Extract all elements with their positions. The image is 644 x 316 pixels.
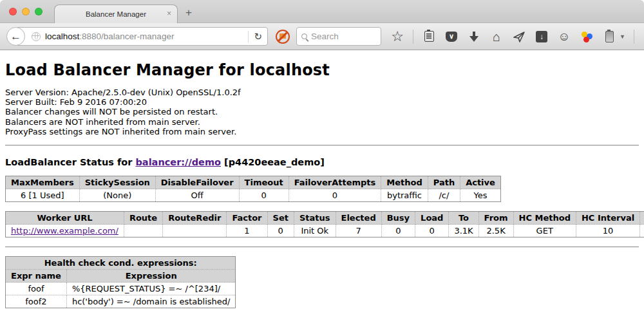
toolbar-divider (634, 30, 634, 44)
worker-value-cell: Init Ok (294, 225, 336, 237)
table-row: 6 [1 Used](None)Off00bytraffic/c/Yes (6, 189, 501, 202)
toolbar-buttons: ☆ ∨ ⌂ ↓ ☺ ▼ (390, 30, 644, 44)
balancer-header-cell: Path (428, 176, 460, 189)
server-info-line: ProxyPass settings are NOT inherited fro… (5, 127, 639, 136)
url-bar[interactable]: localhost:8880/balancer-manager ↻ (15, 27, 268, 46)
worker-header-cell: To (449, 212, 478, 225)
url-domain: localhost (45, 32, 79, 41)
worker-url-cell: http://www.example.com/ (6, 225, 124, 237)
worker-value-cell: 3.1K (449, 225, 478, 237)
balancer-header-cell: Method (381, 176, 428, 189)
home-icon[interactable]: ⌂ (489, 30, 504, 44)
worker-value-cell: 7 (336, 225, 381, 237)
caret-down-icon[interactable]: ▼ (620, 33, 625, 40)
table-row: foof2 hc('body') =~ /domain is establish… (6, 295, 236, 308)
worker-header-cell: Factor (227, 212, 267, 225)
worker-status-table: Worker URLRouteRouteRedirFactorSetStatus… (5, 211, 644, 237)
heading-prefix: LoadBalancer Status for (5, 157, 135, 167)
worker-value-cell: 0 (381, 225, 415, 237)
expr-name-cell: foof2 (6, 295, 67, 308)
zoom-window-button[interactable] (35, 8, 43, 15)
close-window-button[interactable] (9, 8, 17, 15)
url-text: localhost:8880/balancer-manager (45, 32, 244, 41)
new-tab-button[interactable]: + (185, 6, 192, 19)
server-info-line: Balancer changes will NOT be persisted o… (5, 107, 639, 116)
extension-dots-icon[interactable] (580, 30, 594, 44)
balancer-value-cell: /c/ (428, 189, 460, 202)
worker-header-cell: Passes (640, 212, 644, 225)
smiley-icon[interactable]: ☺ (557, 30, 571, 44)
tab-title: Balancer Manager (86, 10, 146, 18)
balancer-link[interactable]: balancer://demo (135, 157, 221, 167)
server-info-line: Server Built: Feb 9 2016 07:00:20 (5, 97, 639, 107)
send-plane-icon[interactable] (512, 30, 526, 44)
worker-value-cell: 1 (0) (640, 225, 644, 237)
tab-close-icon[interactable]: × (167, 10, 171, 17)
minimize-window-button[interactable] (22, 8, 30, 15)
tab-bar: Balancer Manager × + (0, 0, 644, 23)
health-header-cell: Expression (66, 270, 236, 283)
table-header-row: MaxMembersStickySessionDisableFailoverTi… (6, 176, 501, 189)
pocket-icon[interactable]: ∨ (444, 30, 459, 44)
clipboard-icon[interactable] (422, 30, 436, 44)
page-content: Load Balancer Manager for localhost Serv… (0, 61, 644, 316)
back-icon[interactable]: ← (6, 27, 25, 46)
divider (5, 145, 639, 146)
search-icon (301, 33, 307, 39)
expression-cell: %{REQUEST_STATUS} =~ /^[234]/ (66, 283, 236, 295)
bookmark-star-icon[interactable]: ☆ (390, 30, 404, 44)
expression-cell: hc('body') =~ /domain is established/ (66, 295, 236, 308)
worker-value-cell: 10 (576, 225, 639, 237)
worker-header-cell: Route (124, 212, 162, 225)
worker-header-cell: From (478, 212, 513, 225)
worker-value-cell: 0 (267, 225, 294, 237)
divider (5, 246, 639, 248)
search-input[interactable]: Search (296, 27, 381, 46)
worker-url-link[interactable]: http://www.example.com/ (11, 226, 118, 236)
table-header-row: Expr nameExpression (6, 270, 236, 283)
reload-icon[interactable]: ↻ (252, 31, 267, 42)
window-controls (9, 8, 43, 15)
worker-value-cell: GET (513, 225, 576, 237)
plugin-block-slash (276, 30, 290, 44)
balancer-status-heading: LoadBalancer Status for balancer://demo … (5, 157, 639, 167)
worker-value-cell (124, 225, 162, 237)
health-header-cell: Expr name (6, 270, 67, 283)
worker-header-cell: Status (294, 212, 336, 225)
server-info: Server Version: Apache/2.5.0-dev (Unix) … (5, 88, 639, 136)
page-title: Load Balancer Manager for localhost (5, 61, 639, 79)
balancer-header-cell: DisableFailover (155, 176, 239, 189)
video-download-icon[interactable]: ↓ (535, 30, 549, 44)
search-placeholder: Search (311, 32, 339, 41)
balancer-value-cell: bytraffic (381, 189, 428, 202)
worker-header-cell: Worker URL (6, 212, 124, 225)
navigation-toolbar: ← localhost:8880/balancer-manager ↻ Sear… (0, 23, 644, 50)
balancer-header-cell: MaxMembers (6, 176, 80, 189)
worker-header-cell: Elected (336, 212, 381, 225)
table-title-row: Health check cond. expressions: (6, 257, 236, 270)
table-row: http://www.example.com/ 10Init Ok7003.1K… (6, 225, 644, 237)
downloads-icon[interactable] (467, 30, 481, 44)
health-check-table: Health check cond. expressions: Expr nam… (5, 256, 236, 308)
server-info-line: Server Version: Apache/2.5.0-dev (Unix) … (5, 88, 639, 97)
balancer-value-cell: Yes (460, 189, 501, 202)
worker-value-cell: 0 (415, 225, 449, 237)
table-row: foof %{REQUEST_STATUS} =~ /^[234]/ (6, 283, 236, 295)
balancer-header-cell: Active (460, 176, 501, 189)
worker-value-cell (163, 225, 227, 237)
worker-value-cell: 1 (227, 225, 267, 237)
balancer-value-cell: (None) (79, 189, 155, 202)
tab-balancer-manager[interactable]: Balancer Manager × (54, 5, 178, 23)
worker-header-cell: Busy (381, 212, 415, 225)
table-header-row: Worker URLRouteRouteRedirFactorSetStatus… (6, 212, 644, 225)
worker-header-cell: HC Method (513, 212, 576, 225)
url-path: :8880/balancer-manager (79, 32, 174, 41)
urlbar-divider (248, 31, 249, 42)
health-table-title: Health check cond. expressions: (6, 257, 236, 270)
worker-header-cell: HC Interval (576, 212, 639, 225)
balancer-value-cell: 6 [1 Used] (6, 189, 80, 202)
battery-icon[interactable] (602, 30, 616, 44)
balancer-value-cell: 0 (239, 189, 289, 202)
browser-window: Balancer Manager × + ← localhost:8880/ba… (0, 0, 644, 316)
plugin-block-icon[interactable] (276, 30, 290, 44)
